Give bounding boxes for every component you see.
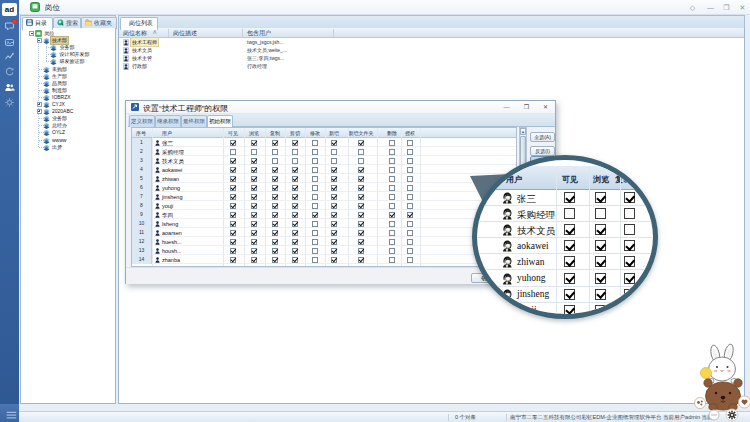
- tree-item-label[interactable]: 总经办: [51, 122, 68, 129]
- tree-item-label[interactable]: wwww: [51, 137, 67, 144]
- table-row[interactable]: 技术主管张三;李四;twgs...: [119, 54, 744, 62]
- checkbox-unchecked[interactable]: [312, 248, 318, 254]
- checkbox-unchecked[interactable]: [230, 149, 236, 155]
- checkbox-unchecked[interactable]: [312, 167, 318, 173]
- tab-directory[interactable]: 目录: [22, 17, 53, 30]
- column-header-description[interactable]: 岗位描述: [173, 29, 197, 38]
- tree-item-label[interactable]: 制造部: [51, 87, 68, 94]
- side-button-1[interactable]: 反选(I): [530, 146, 555, 156]
- tree-item-label[interactable]: 品质部: [51, 80, 68, 87]
- tree-expand-icon[interactable]: [37, 109, 42, 114]
- scroll-up-icon[interactable]: ▲: [520, 128, 526, 135]
- tree-collapse-icon[interactable]: [29, 31, 34, 36]
- tree-item[interactable]: 业务部: [21, 44, 115, 51]
- checkbox-checked[interactable]: [272, 140, 278, 146]
- perm-col-4[interactable]: 复制: [270, 130, 280, 136]
- tree-item-label[interactable]: 2020ABC: [51, 108, 74, 115]
- permission-row[interactable]: 14zhanba: [132, 255, 516, 264]
- permission-row[interactable]: 6yuhong: [132, 183, 516, 192]
- tree-item-label[interactable]: 业务部: [51, 115, 68, 122]
- tree-item[interactable]: 生产部: [21, 73, 115, 80]
- checkbox-unchecked[interactable]: [312, 176, 318, 182]
- checkbox-unchecked[interactable]: [312, 230, 318, 236]
- checkbox-checked[interactable]: [331, 248, 337, 254]
- checkbox-unchecked[interactable]: [358, 158, 364, 164]
- checkbox-unchecked[interactable]: [407, 185, 413, 191]
- checkbox-checked[interactable]: [230, 239, 236, 245]
- checkbox-unchecked[interactable]: [292, 158, 298, 164]
- menu-icon[interactable]: [0, 404, 19, 422]
- permission-row[interactable]: 11aoarsen: [132, 228, 516, 237]
- permission-row[interactable]: 4aokawei: [132, 165, 516, 174]
- checkbox-checked[interactable]: [331, 203, 337, 209]
- tree-item-label[interactable]: IOBRZX: [51, 94, 72, 101]
- tree-item[interactable]: 业务部: [21, 115, 115, 122]
- position-name[interactable]: 行政部: [131, 62, 148, 70]
- checkbox-unchecked[interactable]: [251, 149, 257, 155]
- tree-item[interactable]: OYLZ: [21, 129, 115, 136]
- checkbox-unchecked[interactable]: [331, 149, 337, 155]
- dialog-minimize-icon[interactable]: —: [500, 103, 513, 112]
- permission-row[interactable]: 12huesh...: [132, 237, 516, 246]
- checkbox-checked[interactable]: [358, 203, 364, 209]
- settings-icon[interactable]: [4, 97, 15, 108]
- table-row[interactable]: 技术文员技术文员;weite_...: [119, 46, 744, 54]
- activity-icon[interactable]: [4, 51, 15, 62]
- checkbox-checked[interactable]: [358, 230, 364, 236]
- checkbox-unchecked[interactable]: [331, 158, 337, 164]
- app-logo[interactable]: ad: [2, 3, 17, 16]
- checkbox-unchecked[interactable]: [389, 158, 395, 164]
- checkbox-unchecked[interactable]: [272, 158, 278, 164]
- checkbox-checked[interactable]: [251, 167, 257, 173]
- checkbox-checked[interactable]: [331, 140, 337, 146]
- checkbox-unchecked[interactable]: [312, 140, 318, 146]
- checkbox-unchecked[interactable]: [407, 257, 413, 263]
- checkbox-checked[interactable]: [251, 140, 257, 146]
- dialog-tab-3[interactable]: 初始权限: [207, 115, 233, 127]
- maximize-icon[interactable]: ❐: [722, 3, 731, 12]
- checkbox-unchecked[interactable]: [272, 149, 278, 155]
- checkbox-unchecked[interactable]: [389, 167, 395, 173]
- checkbox-unchecked[interactable]: [389, 176, 395, 182]
- checkbox-unchecked[interactable]: [312, 239, 318, 245]
- permission-row[interactable]: 9李四: [132, 210, 516, 219]
- checkbox-checked[interactable]: [272, 185, 278, 191]
- tree-item[interactable]: 采购部: [21, 66, 115, 73]
- table-row[interactable]: 行政部行政经理: [119, 62, 744, 70]
- tree-item[interactable]: 2020ABC: [21, 108, 115, 115]
- perm-col-2[interactable]: 可见: [228, 130, 238, 136]
- checkbox-unchecked[interactable]: [407, 140, 413, 146]
- checkbox-checked[interactable]: [331, 194, 337, 200]
- tree-item-label[interactable]: 业务部: [59, 44, 76, 51]
- dialog-close-icon[interactable]: ✕: [539, 103, 552, 112]
- checkbox-checked[interactable]: [251, 257, 257, 263]
- checkbox-unchecked[interactable]: [407, 203, 413, 209]
- checkbox-unchecked[interactable]: [312, 158, 318, 164]
- checkbox-checked[interactable]: [251, 185, 257, 191]
- checkbox-checked[interactable]: [251, 239, 257, 245]
- tree-item-label[interactable]: 研发验证部: [59, 58, 86, 65]
- checkbox-checked[interactable]: [251, 203, 257, 209]
- checkbox-checked[interactable]: [272, 248, 278, 254]
- checkbox-checked[interactable]: [331, 230, 337, 236]
- dialog-tab-0[interactable]: 定义权限: [129, 115, 155, 127]
- tree-item[interactable]: IOBRZX: [21, 94, 115, 101]
- sync-icon[interactable]: [4, 66, 15, 77]
- checkbox-unchecked[interactable]: [407, 167, 413, 173]
- checkbox-checked[interactable]: [230, 167, 236, 173]
- checkbox-checked[interactable]: [272, 176, 278, 182]
- tree-item[interactable]: 出货: [21, 144, 115, 151]
- checkbox-checked[interactable]: [358, 185, 364, 191]
- tree-item-label[interactable]: 出货: [51, 144, 63, 151]
- permission-row[interactable]: 3技术文员: [132, 156, 516, 165]
- checkbox-checked[interactable]: [251, 221, 257, 227]
- checkbox-unchecked[interactable]: [407, 149, 413, 155]
- checkbox-checked[interactable]: [272, 257, 278, 263]
- checkbox-checked[interactable]: [251, 158, 257, 164]
- tree-item[interactable]: 研发验证部: [21, 58, 115, 65]
- column-header-name[interactable]: 岗位名称: [123, 29, 147, 38]
- perm-col-6[interactable]: 修改: [310, 130, 320, 136]
- checkbox-checked[interactable]: [230, 221, 236, 227]
- tree-item[interactable]: 岗位: [21, 30, 115, 37]
- perm-col-7[interactable]: 新增: [329, 130, 339, 136]
